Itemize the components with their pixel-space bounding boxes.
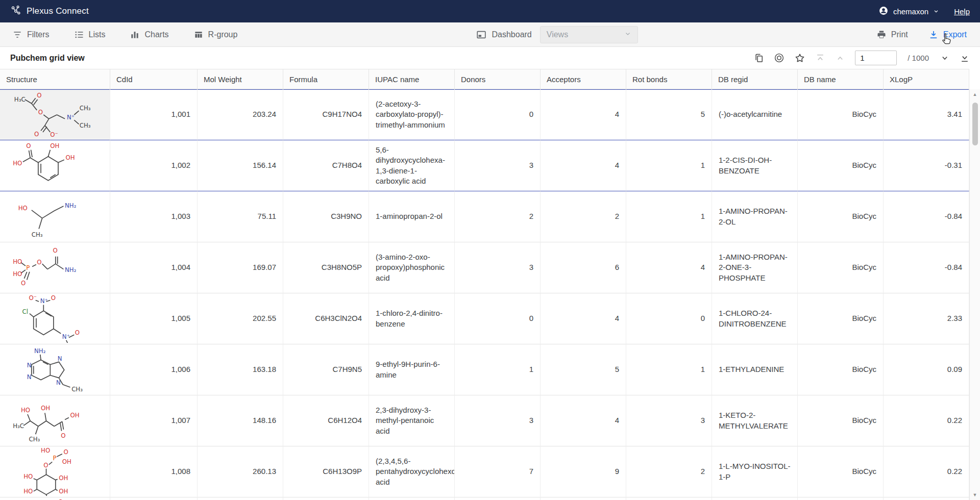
- cell-mol-weight[interactable]: 148.16: [198, 395, 283, 446]
- previous-record-icon[interactable]: [835, 53, 845, 63]
- cell-db-name[interactable]: BioCyc: [798, 293, 884, 344]
- col-structure[interactable]: Structure: [0, 69, 110, 89]
- cell-cdid[interactable]: 1,004: [110, 242, 198, 293]
- structure-cell[interactable]: H₃C HOOH CH₃ OOH: [0, 395, 110, 446]
- cell-db-name[interactable]: BioCyc: [798, 242, 884, 293]
- print-button[interactable]: Print: [876, 30, 908, 40]
- cell-db-name[interactable]: BioCyc: [798, 446, 884, 497]
- favorite-star-icon[interactable]: [794, 53, 805, 64]
- cell-xlogp[interactable]: 0.22: [884, 395, 969, 446]
- cell-db-regid[interactable]: 1-AMINO-PROPAN-2-OL: [712, 191, 798, 242]
- cell-acceptors[interactable]: 4: [541, 89, 626, 140]
- cell-formula[interactable]: C6H13O9P: [283, 446, 369, 497]
- views-dropdown[interactable]: Views: [540, 26, 638, 43]
- cell-acceptors[interactable]: 4: [541, 293, 626, 344]
- cell-mol-weight[interactable]: [198, 497, 283, 500]
- cell-iupac[interactable]: 1-chloro-2,4-dinitro-benzene: [369, 293, 455, 344]
- col-xlogp[interactable]: XLogP: [884, 69, 969, 89]
- cell-db-regid[interactable]: 1-KETO-2-METHYLVALERATE: [712, 395, 798, 446]
- cell-acceptors[interactable]: [541, 497, 626, 500]
- cell-cdid[interactable]: 1,001: [110, 89, 198, 140]
- cell-xlogp[interactable]: 3.41: [884, 89, 969, 140]
- cell-rot-bonds[interactable]: 0: [626, 293, 712, 344]
- table-row[interactable]: HOHO PO OO NH₂ 1,004 169.07 C3H8NO5P (3-…: [0, 242, 969, 293]
- jump-to-first-icon[interactable]: [815, 53, 825, 63]
- table-row[interactable]: HO NH₂ CH₃ 1,003 75.11 C3H9NO 1-aminopro…: [0, 191, 969, 242]
- cell-cdid[interactable]: 1,007: [110, 395, 198, 446]
- cell-donors[interactable]: 2: [455, 191, 541, 242]
- cell-formula[interactable]: C9H17NO4: [283, 89, 369, 140]
- dashboard-button[interactable]: Dashboard: [476, 29, 531, 40]
- cell-iupac[interactable]: 5,6-dihydroxycyclohexa-1,3-diene-1-carbo…: [369, 140, 455, 191]
- cell-acceptors[interactable]: 6: [541, 242, 626, 293]
- cell-formula[interactable]: C6H12O4: [283, 395, 369, 446]
- structure-cell[interactable]: OHO OHOH: [0, 140, 110, 191]
- cell-acceptors[interactable]: 2: [541, 191, 626, 242]
- cell-formula[interactable]: C7H8O4: [283, 140, 369, 191]
- cell-cdid[interactable]: 1,006: [110, 344, 198, 395]
- cell-rot-bonds[interactable]: 1: [626, 344, 712, 395]
- cell-xlogp[interactable]: -0.31: [884, 140, 969, 191]
- structure-cell[interactable]: NH₂ NN NN CH₃: [0, 344, 110, 395]
- cell-iupac[interactable]: (2,3,4,5,6-pentahydroxycyclohexoxy) acid: [369, 446, 455, 497]
- cell-xlogp[interactable]: 2.33: [884, 293, 969, 344]
- next-record-icon[interactable]: [940, 53, 950, 63]
- table-row[interactable]: OHO OHOH 1,002 156.14 C7H8O4 5,6-dihydro…: [0, 140, 969, 191]
- cell-formula[interactable]: [283, 497, 369, 500]
- cell-db-regid[interactable]: 1-2-CIS-DI-OH-BENZOATE: [712, 140, 798, 191]
- cell-acceptors[interactable]: 4: [541, 140, 626, 191]
- cell-cdid[interactable]: [110, 497, 198, 500]
- cell-cdid[interactable]: 1,002: [110, 140, 198, 191]
- export-button[interactable]: Export: [928, 30, 967, 40]
- rgroup-button[interactable]: R-group: [193, 30, 238, 40]
- cell-xlogp[interactable]: 0.09: [884, 344, 969, 395]
- cell-donors[interactable]: 3: [455, 395, 541, 446]
- charts-button[interactable]: Charts: [130, 30, 168, 40]
- col-donors[interactable]: Donors: [455, 69, 541, 89]
- cell-donors[interactable]: [455, 497, 541, 500]
- col-db-regid[interactable]: DB regid: [712, 69, 798, 89]
- cell-acceptors[interactable]: 4: [541, 395, 626, 446]
- col-rot-bonds[interactable]: Rot bonds: [626, 69, 712, 89]
- cell-db-regid[interactable]: 1-AMINO-PROPAN-2-ONE-3-PHOSPHATE: [712, 242, 798, 293]
- structure-cell[interactable]: HO NH₂ CH₃: [0, 191, 110, 242]
- cell-donors[interactable]: 7: [455, 446, 541, 497]
- cell-iupac[interactable]: (3-amino-2-oxo-propoxy)phosphonic acid: [369, 242, 455, 293]
- cell-rot-bonds[interactable]: 3: [626, 395, 712, 446]
- cell-db-regid[interactable]: 1-L-MYO-INOSITOL-1-P: [712, 446, 798, 497]
- help-link[interactable]: Help: [954, 7, 970, 16]
- cell-db-name[interactable]: BioCyc: [798, 344, 884, 395]
- vertical-scrollbar[interactable]: ▲ ▼: [969, 89, 980, 500]
- cell-rot-bonds[interactable]: 4: [626, 242, 712, 293]
- col-iupac[interactable]: IUPAC name: [369, 69, 455, 89]
- cell-formula[interactable]: C3H9NO: [283, 191, 369, 242]
- structure-cell[interactable]: H₃CO ON⁺ CH₃CH₃ OO⁻: [0, 89, 110, 140]
- cell-mol-weight[interactable]: 202.55: [198, 293, 283, 344]
- cell-xlogp[interactable]: -0.84: [884, 191, 969, 242]
- cell-cdid[interactable]: 1,005: [110, 293, 198, 344]
- cell-rot-bonds[interactable]: 2: [626, 446, 712, 497]
- cell-donors[interactable]: 1: [455, 344, 541, 395]
- cell-db-regid[interactable]: 1-CHLORO-24-DINITROBENZENE: [712, 293, 798, 344]
- cell-cdid[interactable]: 1,003: [110, 191, 198, 242]
- lists-button[interactable]: Lists: [74, 30, 106, 40]
- cell-rot-bonds[interactable]: 1: [626, 140, 712, 191]
- cell-mol-weight[interactable]: 75.11: [198, 191, 283, 242]
- user-menu-caret-icon[interactable]: [933, 7, 939, 16]
- cell-iupac[interactable]: 2,3-dihydroxy-3-methyl-pentanoic acid: [369, 395, 455, 446]
- table-row[interactable]: OP OHOOH OHOH OHHOHO 1,008 260.13 C6H13O…: [0, 446, 969, 497]
- col-mol-weight[interactable]: Mol Weight: [198, 69, 283, 89]
- cell-db-name[interactable]: BioCyc: [798, 191, 884, 242]
- cell-db-name[interactable]: BioCyc: [798, 140, 884, 191]
- cell-formula[interactable]: C6H3ClN2O4: [283, 293, 369, 344]
- table-row[interactable]: H₃C HOOH CH₃ OOH 1,007 148.16 C6H12O4 2,…: [0, 395, 969, 446]
- cell-db-regid[interactable]: 1-ETHYLADENINE: [712, 344, 798, 395]
- cell-db-name[interactable]: BioCyc: [798, 395, 884, 446]
- cell-donors[interactable]: 3: [455, 140, 541, 191]
- cell-rot-bonds[interactable]: 1: [626, 191, 712, 242]
- cell-db-name[interactable]: BioCyc: [798, 89, 884, 140]
- record-number-input[interactable]: [855, 51, 897, 65]
- cell-formula[interactable]: C7H9N5: [283, 344, 369, 395]
- structure-cell[interactable]: Cl N⁺O⁻O N⁺OO⁻: [0, 293, 110, 344]
- cell-xlogp[interactable]: [884, 497, 969, 500]
